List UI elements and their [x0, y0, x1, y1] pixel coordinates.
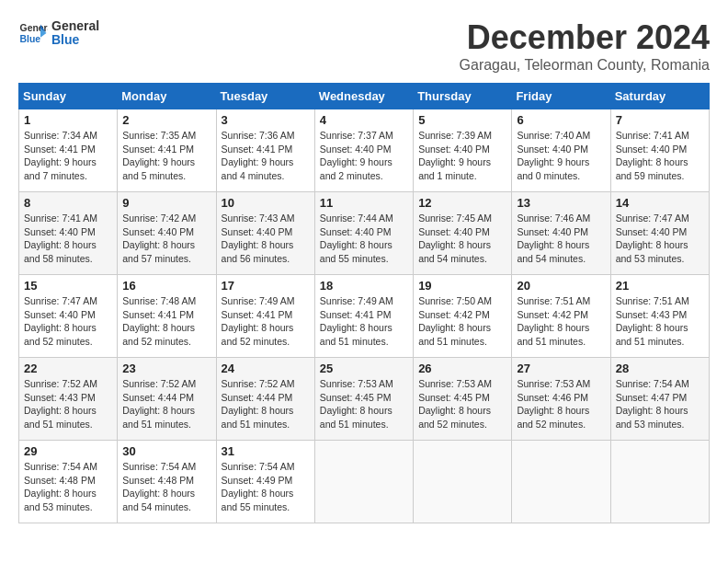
- calendar-cell: 15 Sunrise: 7:47 AM Sunset: 4:40 PM Dayl…: [19, 275, 118, 358]
- day-number: 30: [122, 444, 210, 458]
- weekday-header: Saturday: [610, 84, 709, 109]
- calendar-cell: 10 Sunrise: 7:43 AM Sunset: 4:40 PM Dayl…: [216, 192, 314, 275]
- day-number: 11: [320, 196, 408, 210]
- calendar-cell: [314, 441, 413, 523]
- day-number: 28: [616, 362, 704, 375]
- day-number: 12: [418, 196, 506, 210]
- day-number: 18: [320, 279, 408, 293]
- calendar-cell: 2 Sunrise: 7:35 AM Sunset: 4:41 PM Dayli…: [118, 109, 216, 192]
- day-info: Sunrise: 7:41 AM Sunset: 4:40 PM Dayligh…: [24, 212, 112, 266]
- day-info: Sunrise: 7:50 AM Sunset: 4:42 PM Dayligh…: [418, 294, 506, 349]
- calendar-cell: 12 Sunrise: 7:45 AM Sunset: 4:40 PM Dayl…: [414, 192, 512, 275]
- day-number: 6: [517, 113, 605, 127]
- calendar-cell: [512, 441, 610, 523]
- calendar-cell: [414, 441, 512, 523]
- calendar-cell: 4 Sunrise: 7:37 AM Sunset: 4:40 PM Dayli…: [314, 109, 413, 192]
- calendar-cell: 28 Sunrise: 7:54 AM Sunset: 4:47 PM Dayl…: [610, 358, 709, 441]
- day-number: 15: [24, 279, 112, 293]
- day-number: 31: [222, 444, 310, 458]
- calendar-cell: 1 Sunrise: 7:34 AM Sunset: 4:41 PM Dayli…: [19, 109, 118, 192]
- day-number: 13: [517, 196, 605, 210]
- calendar-cell: 5 Sunrise: 7:39 AM Sunset: 4:40 PM Dayli…: [414, 109, 512, 192]
- logo-text-general: General: [51, 19, 99, 33]
- weekday-header: Monday: [118, 84, 216, 109]
- day-number: 29: [24, 444, 112, 458]
- calendar-cell: 3 Sunrise: 7:36 AM Sunset: 4:41 PM Dayli…: [216, 109, 314, 192]
- logo-icon: General Blue: [18, 18, 48, 48]
- day-info: Sunrise: 7:46 AM Sunset: 4:40 PM Dayligh…: [517, 212, 605, 266]
- day-number: 1: [24, 113, 112, 127]
- calendar-cell: 30 Sunrise: 7:54 AM Sunset: 4:48 PM Dayl…: [118, 441, 216, 523]
- header: General Blue General Blue December 2024 …: [18, 18, 710, 74]
- day-number: 2: [122, 113, 210, 127]
- day-info: Sunrise: 7:35 AM Sunset: 4:41 PM Dayligh…: [122, 129, 210, 183]
- calendar-cell: 29 Sunrise: 7:54 AM Sunset: 4:48 PM Dayl…: [19, 441, 118, 523]
- weekday-header: Thursday: [414, 84, 512, 109]
- weekday-header: Wednesday: [314, 84, 413, 109]
- day-number: 14: [616, 196, 704, 210]
- weekday-header: Sunday: [19, 84, 118, 109]
- calendar-cell: 20 Sunrise: 7:51 AM Sunset: 4:42 PM Dayl…: [512, 275, 610, 358]
- day-info: Sunrise: 7:52 AM Sunset: 4:44 PM Dayligh…: [222, 377, 310, 431]
- svg-text:Blue: Blue: [20, 34, 41, 44]
- calendar-cell: 22 Sunrise: 7:52 AM Sunset: 4:43 PM Dayl…: [19, 358, 118, 441]
- calendar-cell: 31 Sunrise: 7:54 AM Sunset: 4:49 PM Dayl…: [216, 441, 314, 523]
- day-number: 22: [24, 362, 112, 375]
- calendar-cell: 21 Sunrise: 7:51 AM Sunset: 4:43 PM Dayl…: [610, 275, 709, 358]
- day-number: 9: [122, 196, 210, 210]
- calendar-cell: 17 Sunrise: 7:49 AM Sunset: 4:41 PM Dayl…: [216, 275, 314, 358]
- day-number: 20: [517, 279, 605, 293]
- day-info: Sunrise: 7:36 AM Sunset: 4:41 PM Dayligh…: [222, 129, 310, 183]
- day-info: Sunrise: 7:47 AM Sunset: 4:40 PM Dayligh…: [24, 294, 112, 349]
- day-number: 25: [320, 362, 408, 375]
- day-info: Sunrise: 7:44 AM Sunset: 4:40 PM Dayligh…: [320, 212, 408, 266]
- day-number: 5: [418, 113, 506, 127]
- weekday-header: Friday: [512, 84, 610, 109]
- calendar-cell: 14 Sunrise: 7:47 AM Sunset: 4:40 PM Dayl…: [610, 192, 709, 275]
- day-number: 16: [122, 279, 210, 293]
- day-number: 24: [222, 362, 310, 375]
- day-info: Sunrise: 7:53 AM Sunset: 4:45 PM Dayligh…: [320, 377, 408, 431]
- calendar-cell: 6 Sunrise: 7:40 AM Sunset: 4:40 PM Dayli…: [512, 109, 610, 192]
- day-info: Sunrise: 7:53 AM Sunset: 4:45 PM Dayligh…: [418, 377, 506, 431]
- day-info: Sunrise: 7:45 AM Sunset: 4:40 PM Dayligh…: [418, 212, 506, 266]
- day-number: 7: [616, 113, 704, 127]
- calendar-cell: [610, 441, 709, 523]
- day-number: 21: [616, 279, 704, 293]
- day-info: Sunrise: 7:37 AM Sunset: 4:40 PM Dayligh…: [320, 129, 408, 183]
- calendar-cell: 8 Sunrise: 7:41 AM Sunset: 4:40 PM Dayli…: [19, 192, 118, 275]
- calendar-cell: 13 Sunrise: 7:46 AM Sunset: 4:40 PM Dayl…: [512, 192, 610, 275]
- calendar-cell: 7 Sunrise: 7:41 AM Sunset: 4:40 PM Dayli…: [610, 109, 709, 192]
- calendar-title: December 2024: [460, 18, 710, 57]
- day-info: Sunrise: 7:54 AM Sunset: 4:49 PM Dayligh…: [222, 460, 310, 514]
- calendar-cell: 9 Sunrise: 7:42 AM Sunset: 4:40 PM Dayli…: [118, 192, 216, 275]
- calendar-cell: 24 Sunrise: 7:52 AM Sunset: 4:44 PM Dayl…: [216, 358, 314, 441]
- calendar-subtitle: Garagau, Teleorman County, Romania: [460, 57, 710, 74]
- calendar-cell: 19 Sunrise: 7:50 AM Sunset: 4:42 PM Dayl…: [414, 275, 512, 358]
- day-number: 26: [418, 362, 506, 375]
- day-info: Sunrise: 7:34 AM Sunset: 4:41 PM Dayligh…: [24, 129, 112, 183]
- day-info: Sunrise: 7:49 AM Sunset: 4:41 PM Dayligh…: [222, 294, 310, 349]
- day-number: 10: [222, 196, 310, 210]
- day-info: Sunrise: 7:51 AM Sunset: 4:42 PM Dayligh…: [517, 294, 605, 349]
- day-info: Sunrise: 7:54 AM Sunset: 4:47 PM Dayligh…: [616, 377, 704, 431]
- day-info: Sunrise: 7:42 AM Sunset: 4:40 PM Dayligh…: [122, 212, 210, 266]
- day-info: Sunrise: 7:40 AM Sunset: 4:40 PM Dayligh…: [517, 129, 605, 183]
- day-info: Sunrise: 7:52 AM Sunset: 4:43 PM Dayligh…: [24, 377, 112, 431]
- day-number: 3: [222, 113, 310, 127]
- weekday-header: Tuesday: [216, 84, 314, 109]
- calendar-cell: 26 Sunrise: 7:53 AM Sunset: 4:45 PM Dayl…: [414, 358, 512, 441]
- day-info: Sunrise: 7:43 AM Sunset: 4:40 PM Dayligh…: [222, 212, 310, 266]
- day-info: Sunrise: 7:54 AM Sunset: 4:48 PM Dayligh…: [122, 460, 210, 514]
- day-info: Sunrise: 7:39 AM Sunset: 4:40 PM Dayligh…: [418, 129, 506, 183]
- day-info: Sunrise: 7:51 AM Sunset: 4:43 PM Dayligh…: [616, 294, 704, 349]
- logo: General Blue General Blue: [18, 18, 99, 48]
- day-info: Sunrise: 7:53 AM Sunset: 4:46 PM Dayligh…: [517, 377, 605, 431]
- day-info: Sunrise: 7:49 AM Sunset: 4:41 PM Dayligh…: [320, 294, 408, 349]
- calendar-table: SundayMondayTuesdayWednesdayThursdayFrid…: [18, 83, 710, 523]
- day-number: 23: [122, 362, 210, 375]
- day-number: 19: [418, 279, 506, 293]
- day-number: 4: [320, 113, 408, 127]
- day-info: Sunrise: 7:41 AM Sunset: 4:40 PM Dayligh…: [616, 129, 704, 183]
- day-info: Sunrise: 7:54 AM Sunset: 4:48 PM Dayligh…: [24, 460, 112, 514]
